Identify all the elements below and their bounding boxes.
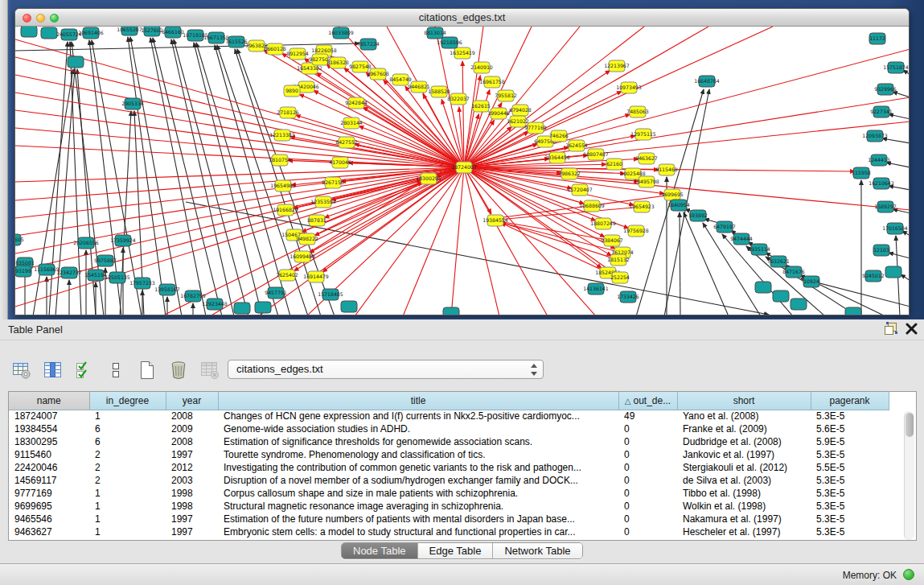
cell-pagerank[interactable]: 5.3E-5 xyxy=(811,525,889,538)
graph-node-selected[interactable]: 3624554 xyxy=(565,140,588,151)
close-panel-icon[interactable] xyxy=(906,323,918,335)
graph-node-selected[interactable]: 746266 xyxy=(549,130,569,142)
graph-node[interactable]: 9329966 xyxy=(874,84,897,95)
cell-pagerank[interactable]: 5.3E-5 xyxy=(811,474,889,487)
graph-node-selected[interactable]: 62160 xyxy=(606,159,622,170)
cell-name[interactable]: 18724007 xyxy=(9,410,89,422)
cell-year[interactable]: 1997 xyxy=(166,448,218,461)
graph-node[interactable] xyxy=(845,307,861,315)
graph-node-selected[interactable]: 16961758 xyxy=(479,76,505,88)
cell-short[interactable]: de Silva et al. (2003) xyxy=(677,474,811,487)
graph-node[interactable]: 12093873 xyxy=(862,130,888,142)
cell-year[interactable]: 2003 xyxy=(166,474,218,487)
graph-node[interactable]: 1640954 xyxy=(667,200,690,211)
graph-node-selected[interactable]: 2967608 xyxy=(367,68,389,80)
cell-out_degree[interactable]: 0 xyxy=(618,448,677,461)
column-header-short[interactable]: short xyxy=(677,392,811,410)
graph-node[interactable] xyxy=(234,303,250,314)
graph-node[interactable]: 17016504 xyxy=(882,223,908,234)
graph-node-selected[interactable]: 7485063 xyxy=(626,106,649,117)
graph-node-selected[interactable]: 16325419 xyxy=(450,47,475,59)
node-table-header[interactable]: namein_degreeyeartitle△out_de...shortpag… xyxy=(9,392,889,410)
cell-title[interactable]: Changes of HCN gene expression and I(f) … xyxy=(218,410,618,422)
graph-node-selected[interactable]: 9115460 xyxy=(655,164,678,175)
black-edge[interactable] xyxy=(680,212,680,315)
graph-node-selected[interactable]: 2140910 xyxy=(470,62,493,73)
cell-out_degree[interactable]: 0 xyxy=(618,487,677,500)
cell-title[interactable]: Tourette syndrome. Phenomenology and cla… xyxy=(218,448,618,461)
graph-node[interactable]: 11156869 xyxy=(34,264,60,275)
table-row[interactable]: 1938455462009Genome-wide association stu… xyxy=(9,422,889,435)
graph-node-selected[interactable]: 15720407 xyxy=(567,184,593,196)
graph-node-selected[interactable]: 2718126 xyxy=(277,107,299,118)
black-edge[interactable] xyxy=(893,92,909,97)
cell-in_degree[interactable]: 2 xyxy=(89,474,166,487)
graph-node[interactable]: 11172 xyxy=(869,33,885,44)
graph-node[interactable]: 19218596 xyxy=(437,37,462,48)
graph-node[interactable]: 8471676 xyxy=(782,266,805,278)
table-scrollbar[interactable] xyxy=(904,411,914,540)
graph-node-selected[interactable]: 12213967 xyxy=(604,60,630,72)
row-height-icon[interactable] xyxy=(104,359,128,381)
cell-pagerank[interactable]: 5.3E-5 xyxy=(811,500,889,513)
graph-node-selected[interactable]: 7955812 xyxy=(495,90,517,101)
graph-node[interactable]: 1589297 xyxy=(874,201,897,212)
table-row[interactable]: 2242004622012Investigating the contribut… xyxy=(9,461,889,474)
graph-node-selected[interactable]: 6794028 xyxy=(509,105,532,116)
graph-node-selected[interactable]: 7986322 xyxy=(558,168,581,179)
cell-pagerank[interactable]: 5.6E-5 xyxy=(811,422,889,435)
graph-node[interactable] xyxy=(773,290,789,302)
tab-network-table[interactable]: Network Table xyxy=(493,543,581,558)
cell-out_degree[interactable]: 0 xyxy=(618,500,677,513)
network-window[interactable]: citations_edges.txt 24055724206914061065… xyxy=(14,8,910,315)
graph-node-selected[interactable]: 2803144 xyxy=(340,117,363,129)
cell-name[interactable]: 22420046 xyxy=(9,461,89,474)
cell-year[interactable]: 2008 xyxy=(166,435,218,448)
cell-title[interactable]: Genome-wide association studies in ADHD. xyxy=(218,422,618,435)
cell-short[interactable]: Yano et al. (2008) xyxy=(677,410,811,422)
graph-node-selected[interactable]: 9699695 xyxy=(661,189,684,200)
graph-node[interactable]: 93199 xyxy=(15,266,31,277)
cell-short[interactable]: Tibbo et al. (1998) xyxy=(677,487,811,500)
cell-title[interactable]: Estimation of the future numbers of pati… xyxy=(218,513,618,525)
cell-pagerank[interactable]: 5.3E-5 xyxy=(811,513,889,525)
cell-short[interactable]: Franke et al. (2009) xyxy=(677,422,811,435)
graph-node[interactable]: 1733426 xyxy=(617,291,639,303)
graph-node-selected[interactable]: 19654923 xyxy=(629,201,655,212)
network-window-titlebar[interactable]: citations_edges.txt xyxy=(15,9,909,27)
graph-node-selected[interactable]: 10807487 xyxy=(583,149,609,160)
cell-year[interactable]: 1998 xyxy=(166,487,218,500)
graph-node[interactable]: 10924 xyxy=(803,276,819,287)
graph-node-selected[interactable]: 18807249 xyxy=(590,218,616,229)
cell-in_degree[interactable]: 2 xyxy=(89,448,166,461)
cell-short[interactable]: Hescheler et al. (1997) xyxy=(677,525,811,538)
cell-name[interactable]: 18300295 xyxy=(9,435,89,448)
black-edge[interactable] xyxy=(882,138,909,143)
graph-node[interactable]: 9975887 xyxy=(94,255,117,266)
cell-out_degree[interactable]: 0 xyxy=(618,435,677,448)
cell-name[interactable]: 19384554 xyxy=(9,422,89,435)
cell-pagerank[interactable]: 5.9E-5 xyxy=(811,435,889,448)
column-header-name[interactable]: name xyxy=(9,392,89,410)
graph-node-selected[interactable]: 10688609 xyxy=(579,200,605,212)
cell-out_degree[interactable]: 0 xyxy=(618,474,677,487)
graph-node[interactable] xyxy=(443,307,459,315)
graph-node[interactable]: 16648784 xyxy=(694,76,720,87)
cell-out_degree[interactable]: 49 xyxy=(618,410,677,422)
graph-node[interactable]: 2526605 xyxy=(15,234,24,245)
cell-pagerank[interactable]: 5.3E-5 xyxy=(811,410,889,422)
graph-node[interactable]: 15718485 xyxy=(318,289,343,300)
table-row[interactable]: 1830029562008Estimation of significance … xyxy=(9,435,889,448)
red-edge[interactable] xyxy=(464,27,644,167)
cell-out_degree[interactable]: 0 xyxy=(618,525,677,538)
red-edge[interactable] xyxy=(15,167,464,271)
column-header-year[interactable]: year xyxy=(166,392,218,410)
select-column-icon[interactable] xyxy=(41,359,65,381)
graph-node[interactable] xyxy=(755,282,771,293)
float-panel-icon[interactable] xyxy=(884,322,897,336)
cell-short[interactable]: Jankovic et al. (1997) xyxy=(677,448,811,461)
graph-node[interactable]: 6479197 xyxy=(713,221,736,233)
graph-node[interactable]: 2905334 xyxy=(121,98,144,109)
cell-pagerank[interactable]: 5.5E-5 xyxy=(811,461,889,474)
graph-node[interactable]: 115958 xyxy=(852,167,871,179)
